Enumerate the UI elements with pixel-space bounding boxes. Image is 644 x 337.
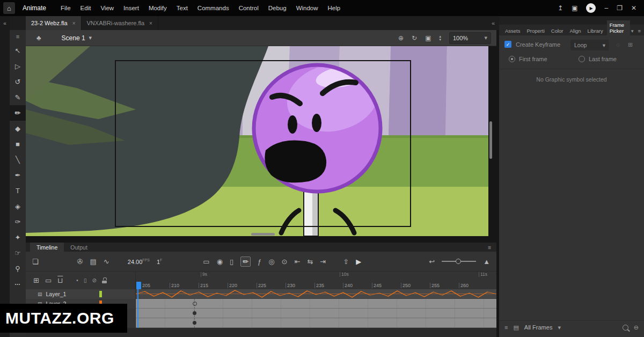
menu-debug[interactable]: Debug [264,0,291,16]
lasso-tool[interactable]: ↺ [10,74,26,90]
prev-keyframe-icon[interactable]: ⇤ [295,258,301,266]
insert-blank-keyframe-icon[interactable]: ▯ [230,258,233,266]
loop-playback-icon[interactable]: ↩ [429,258,435,266]
eyedropper-tool[interactable]: ✑ [10,214,26,230]
center-frame-icon[interactable]: ⊕ [398,34,404,42]
test-movie-icon[interactable]: ▶ [586,3,596,13]
tab-align[interactable]: Align [567,26,583,35]
menu-insert[interactable]: Insert [119,0,144,16]
export-icon[interactable]: ⇧ [343,258,349,266]
frame-span-row[interactable] [136,309,496,318]
auto-keyframe-icon[interactable]: ◉ [217,258,223,266]
frames-grid[interactable] [136,289,496,328]
frame-filter-dropdown[interactable]: All Frames [524,324,553,331]
scene-name[interactable]: Scene 1 [62,34,85,42]
close-tab-icon[interactable]: × [149,20,152,26]
add-folder-icon[interactable]: ▭ [45,276,52,284]
close-tab-icon[interactable]: × [72,20,76,26]
asset-warp-tool[interactable]: ✦ [10,230,26,245]
edit-multiple-frames-icon[interactable]: ✏ [240,257,251,267]
panel-chevron-icon[interactable]: ▾ [631,28,634,34]
tab-output[interactable]: Output [64,243,94,252]
collapse-tools-icon[interactable]: « [3,20,6,26]
create-keyframe-checkbox[interactable]: ✓ [504,41,511,48]
outline-column-icon[interactable]: ▯ [84,277,87,283]
share-icon[interactable]: ↥ [558,4,563,12]
pen-tool[interactable]: ✒ [10,167,26,183]
lock-column-icon[interactable] [102,277,107,283]
highlight-column-icon[interactable]: • [76,277,78,283]
visibility-column-icon[interactable]: ⊘ [92,277,96,283]
more-tools-button[interactable]: ••• [10,276,26,292]
menu-view[interactable]: View [96,0,119,16]
create-tween-icon[interactable]: ƒ [258,258,261,266]
eraser-tool[interactable]: ◆ [10,121,26,136]
stage-vscroll-thumb[interactable] [489,121,492,159]
footer-list-icon[interactable]: ▤ [513,324,518,331]
swap-frames-icon[interactable]: ⇆ [307,258,313,266]
frame-ruler[interactable]: 9s 10s 11s 205 210 215 220 225 230 235 2… [136,272,496,289]
menu-commands[interactable]: Commands [193,0,234,16]
add-layer-icon[interactable]: ⊞ [33,276,39,284]
first-frame-radio[interactable] [509,56,515,62]
text-tool[interactable]: T [10,183,26,199]
classic-brush-tool[interactable]: ✏ [10,105,26,121]
rectangle-tool[interactable]: ■ [10,136,26,152]
menu-text[interactable]: Text [172,0,193,16]
tab-properties[interactable]: Properti [524,26,547,35]
hollow-keyframe[interactable] [193,302,197,306]
play-button[interactable]: ▶ [356,258,361,266]
subselection-tool[interactable]: ▷ [10,58,26,74]
selection-tool[interactable]: ↖ [10,43,26,58]
onion-skin-icon[interactable]: ◎ [268,258,274,266]
playhead-line[interactable] [137,289,138,328]
rotation-icon[interactable]: ↻ [412,34,417,42]
panel-menu-icon[interactable]: ≡ [638,28,641,34]
layer-depth-icon[interactable]: ❏ [32,258,39,266]
doc-tab-active[interactable]: 23-2 Webz.fla × [26,16,82,30]
menu-modify[interactable]: Modify [144,0,172,16]
filter-chevron-icon[interactable]: ▾ [558,324,561,331]
tab-frame-picker[interactable]: Frame Picker [607,20,630,35]
loop-dropdown[interactable]: Loop ▾ [570,40,609,50]
tab-assets[interactable]: Assets [502,26,523,35]
playhead[interactable] [136,282,141,289]
ease-icon[interactable]: ▲ [483,258,490,266]
stage-vscroll[interactable] [489,46,493,236]
fluid-brush-tool[interactable]: ✎ [10,90,26,105]
tab-timeline[interactable]: Timeline [30,243,64,252]
hand-tool[interactable]: ☞ [10,245,26,261]
onion-outline-icon[interactable]: ⊙ [282,258,288,266]
zoom-tool[interactable]: ⚲ [10,261,26,276]
search-icon[interactable] [623,325,628,331]
menu-help[interactable]: Help [323,0,346,16]
camera-icon[interactable]: ✇ [77,258,83,266]
frames-view-icon[interactable]: ▤ [90,258,97,266]
delete-layer-icon[interactable]: ⊔ [57,276,63,284]
workspace-icon[interactable]: ▣ [572,4,577,12]
menu-file[interactable]: File [56,0,76,16]
zoom-stepper[interactable]: ▴ ▾ [439,35,441,41]
menu-edit[interactable]: Edit [76,0,96,16]
step-down-icon[interactable]: ▾ [439,38,441,41]
keyframe-dot[interactable] [193,321,196,325]
menu-control[interactable]: Control [234,0,264,16]
tools-menu-icon[interactable]: ≡ [16,30,19,43]
clip-content-icon[interactable]: ▣ [425,34,431,42]
last-frame-radio[interactable] [579,56,585,62]
close-button[interactable]: ✕ [631,4,636,12]
zoom-out-icon[interactable]: ⊖ [634,324,639,331]
graph-icon[interactable]: ∿ [104,258,109,266]
scene-chevron-icon[interactable]: ▾ [89,34,92,41]
tab-color[interactable]: Color [548,26,566,35]
frame-span-row[interactable] [136,299,496,309]
frame-span-row[interactable] [136,318,496,328]
audio-waveform-row[interactable] [136,289,496,299]
next-keyframe-icon[interactable]: ⇥ [320,258,326,266]
timeline-menu-icon[interactable]: ≡ [488,244,491,251]
home-icon[interactable]: ⌂ [3,2,15,14]
stage-hscroll-thumb[interactable] [251,233,275,236]
stage-canvas[interactable] [26,46,488,236]
insert-frame-icon[interactable]: ▭ [203,258,209,266]
loop-range-icon[interactable]: ◌ [616,41,620,48]
